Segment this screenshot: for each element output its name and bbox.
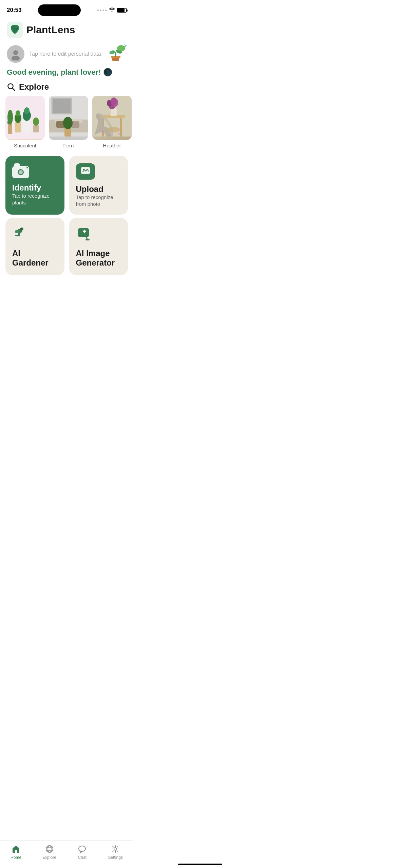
upload-subtitle: Tap to recognize from photo: [76, 194, 121, 207]
plant-card-img-fern: [49, 96, 88, 140]
status-time: 20:53: [7, 7, 21, 14]
plant-label-succulent: Succulent: [14, 143, 36, 148]
upload-title: Upload: [76, 184, 121, 194]
svg-rect-5: [115, 52, 116, 57]
app-title: PlantLens: [26, 24, 75, 36]
watering-can-icon: [105, 43, 127, 65]
identify-subtitle: Tap to recognize plants: [12, 193, 58, 206]
profile-left[interactable]: Tap here to edit personal data: [7, 45, 101, 63]
ai-gardener-card[interactable]: AI Gardener: [5, 218, 64, 275]
svg-point-44: [101, 131, 104, 133]
plant-label-heather: Heather: [103, 143, 121, 148]
heather-image: [92, 96, 132, 140]
battery-icon: [117, 8, 127, 13]
plant-card-img-heather: [92, 96, 132, 140]
plant-cards-row: Succulent: [0, 96, 133, 150]
ai-image-generator-card[interactable]: AI Image Generator: [69, 218, 128, 275]
explore-section-title: Explore: [0, 81, 133, 96]
svg-point-23: [33, 117, 39, 126]
ai-image-generator-title: AI Image Generator: [76, 249, 121, 268]
app-header: PlantLens: [0, 18, 133, 40]
svg-point-43: [111, 97, 117, 105]
svg-point-2: [12, 56, 20, 60]
wifi-icon: [109, 7, 115, 13]
upload-text: Upload Tap to recognize from photo: [76, 184, 121, 207]
succulent-image: [5, 96, 45, 140]
app-logo: [7, 22, 23, 38]
signal-icon: [97, 10, 107, 11]
profile-placeholder: Tap here to edit personal data: [29, 51, 101, 57]
camera-icon: [12, 163, 31, 178]
svg-point-49: [83, 169, 84, 170]
svg-rect-13: [8, 124, 12, 134]
upload-card[interactable]: Upload Tap to recognize from photo: [69, 156, 128, 215]
search-icon: [7, 83, 16, 91]
svg-point-18: [16, 110, 20, 116]
dynamic-island: [38, 4, 81, 16]
status-icons: [97, 7, 127, 13]
status-bar: 20:53: [0, 0, 133, 18]
identify-text: Identify Tap to recognize plants: [12, 183, 58, 206]
greeting: Good evening, plant lover! 🌑: [0, 67, 133, 81]
svg-rect-55: [78, 228, 89, 237]
svg-point-47: [107, 127, 120, 132]
identify-title: Identify: [12, 183, 58, 193]
upload-icon: [76, 163, 95, 180]
plant-card-img-succulent: [5, 96, 45, 140]
svg-point-21: [24, 107, 30, 114]
svg-point-34: [63, 117, 73, 129]
plant-label-fern: Fern: [63, 143, 74, 148]
ai-image-generator-icon: [76, 225, 121, 244]
fern-image: [49, 96, 88, 140]
svg-point-53: [20, 228, 23, 230]
action-grid-2: AI Gardener AI Image Generator: [0, 218, 133, 281]
avatar[interactable]: [7, 45, 24, 63]
svg-rect-22: [33, 125, 39, 132]
svg-point-46: [108, 134, 110, 136]
ai-gardener-icon: [12, 225, 58, 244]
svg-rect-29: [50, 120, 55, 128]
svg-point-9: [125, 45, 127, 46]
svg-rect-56: [85, 239, 90, 240]
svg-rect-16: [15, 122, 21, 132]
svg-rect-15: [7, 121, 9, 124]
svg-point-54: [15, 230, 19, 233]
svg-point-1: [13, 50, 18, 55]
svg-point-10: [124, 44, 125, 45]
svg-point-45: [118, 133, 121, 135]
action-grid-1: Identify Tap to recognize plants Upload …: [0, 150, 133, 218]
profile-row[interactable]: Tap here to edit personal data: [0, 40, 133, 67]
svg-point-8: [117, 45, 125, 51]
svg-rect-19: [23, 120, 31, 132]
plant-card-succulent[interactable]: Succulent: [5, 96, 45, 148]
svg-rect-26: [53, 99, 71, 113]
ai-gardener-title: AI Gardener: [12, 249, 58, 268]
identify-card[interactable]: Identify Tap to recognize plants: [5, 156, 64, 215]
svg-rect-30: [82, 120, 88, 128]
plant-card-heather[interactable]: Heather: [92, 96, 132, 148]
svg-point-6: [109, 50, 116, 55]
plant-card-fern[interactable]: Fern: [49, 96, 88, 148]
